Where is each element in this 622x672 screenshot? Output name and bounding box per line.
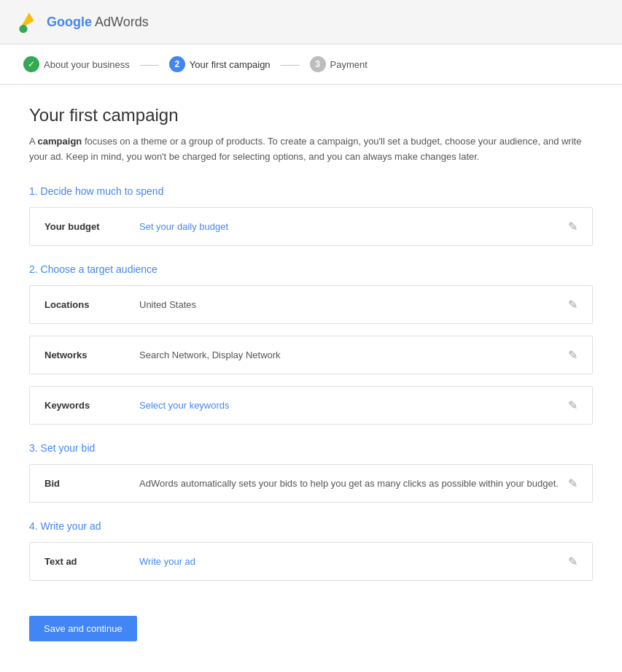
budget-card: Your budget Set your daily budget ✎ — [29, 207, 593, 246]
page-description: A campaign focuses on a theme or a group… — [29, 134, 583, 165]
text-ad-edit-icon[interactable]: ✎ — [568, 555, 578, 568]
save-continue-button[interactable]: Save and continue — [29, 616, 137, 641]
networks-edit-icon[interactable]: ✎ — [568, 348, 578, 362]
header: Google AdWords — [0, 0, 622, 45]
section2: 2. Choose a target audience Locations Un… — [29, 263, 593, 425]
google-adwords-logo-icon — [18, 10, 41, 34]
locations-card: Locations United States ✎ — [29, 285, 593, 324]
section1-title: 1. Decide how much to spend — [29, 185, 593, 197]
logo: Google AdWords — [18, 10, 149, 34]
section3: 3. Set your bid Bid AdWords automaticall… — [29, 442, 593, 503]
locations-label: Locations — [44, 299, 139, 310]
bid-card-row: Bid AdWords automatically sets your bids… — [30, 465, 592, 503]
breadcrumb: ✓ About your business —— 2 Your first ca… — [0, 45, 622, 85]
text-ad-card: Text ad Write your ad ✎ — [29, 542, 593, 581]
text-ad-card-row: Text ad Write your ad ✎ — [30, 543, 592, 580]
step2-circle: 2 — [169, 56, 185, 72]
section4: 4. Write your ad Text ad Write your ad ✎ — [29, 520, 593, 581]
bid-label: Bid — [44, 478, 139, 489]
step3-circle: 3 — [310, 56, 326, 72]
step3-label: Payment — [330, 59, 368, 70]
keywords-card: Keywords Select your keywords ✎ — [29, 386, 593, 425]
networks-value: Search Network, Display Network — [139, 349, 561, 360]
breadcrumb-step3: 3 Payment — [310, 56, 368, 72]
budget-card-row: Your budget Set your daily budget ✎ — [30, 208, 592, 245]
section1: 1. Decide how much to spend Your budget … — [29, 185, 593, 246]
section3-title: 3. Set your bid — [29, 442, 593, 454]
networks-card-row: Networks Search Network, Display Network… — [30, 336, 592, 374]
logo-text: Google AdWords — [47, 15, 149, 30]
keywords-label: Keywords — [44, 400, 139, 411]
keywords-value[interactable]: Select your keywords — [139, 400, 561, 411]
locations-value: United States — [139, 299, 561, 310]
breadcrumb-step1: ✓ About your business — [23, 56, 130, 72]
keywords-card-row: Keywords Select your keywords ✎ — [30, 387, 592, 424]
page-title: Your first campaign — [29, 105, 593, 125]
breadcrumb-step2: 2 Your first campaign — [169, 56, 271, 72]
bid-edit-icon[interactable]: ✎ — [568, 476, 578, 490]
breadcrumb-divider-2: —— — [281, 59, 300, 70]
networks-card: Networks Search Network, Display Network… — [29, 336, 593, 374]
bid-value: AdWords automatically sets your bids to … — [139, 476, 561, 491]
budget-edit-icon[interactable]: ✎ — [568, 220, 578, 233]
main-content: Your first campaign A campaign focuses o… — [0, 85, 622, 662]
text-ad-value[interactable]: Write your ad — [139, 556, 561, 567]
locations-card-row: Locations United States ✎ — [30, 286, 592, 323]
breadcrumb-divider-1: —— — [140, 59, 159, 70]
step2-label: Your first campaign — [190, 59, 271, 70]
campaign-bold: campaign — [38, 136, 82, 147]
step1-label: About your business — [44, 59, 130, 70]
step1-check-icon: ✓ — [23, 56, 39, 72]
section2-title: 2. Choose a target audience — [29, 263, 593, 275]
text-ad-label: Text ad — [44, 556, 139, 567]
keywords-edit-icon[interactable]: ✎ — [568, 398, 578, 412]
budget-value[interactable]: Set your daily budget — [139, 221, 561, 232]
section4-title: 4. Write your ad — [29, 520, 593, 532]
svg-point-3 — [19, 25, 27, 33]
networks-label: Networks — [44, 349, 139, 360]
locations-edit-icon[interactable]: ✎ — [568, 298, 578, 312]
budget-label: Your budget — [44, 221, 139, 232]
bid-card: Bid AdWords automatically sets your bids… — [29, 464, 593, 503]
